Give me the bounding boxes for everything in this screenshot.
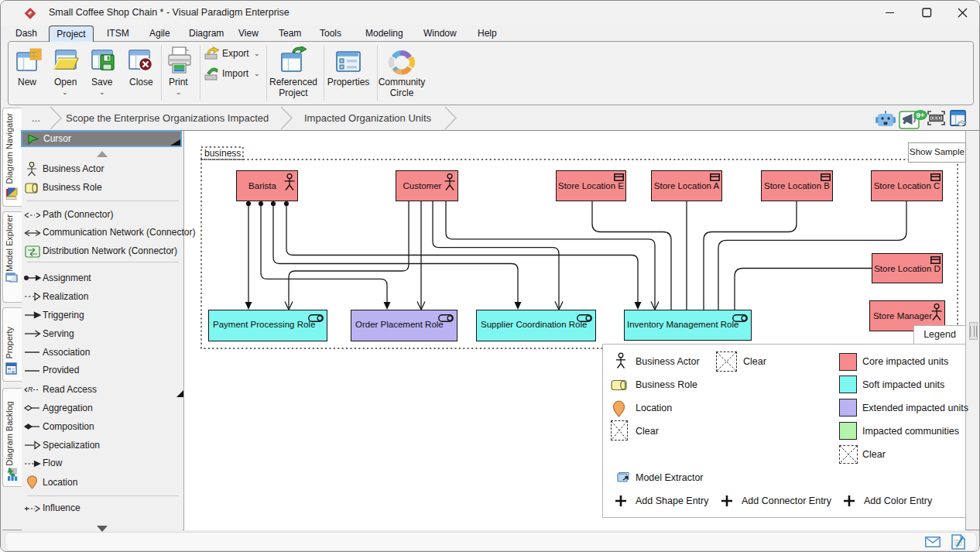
svg-text:9+: 9+ [916, 111, 924, 119]
